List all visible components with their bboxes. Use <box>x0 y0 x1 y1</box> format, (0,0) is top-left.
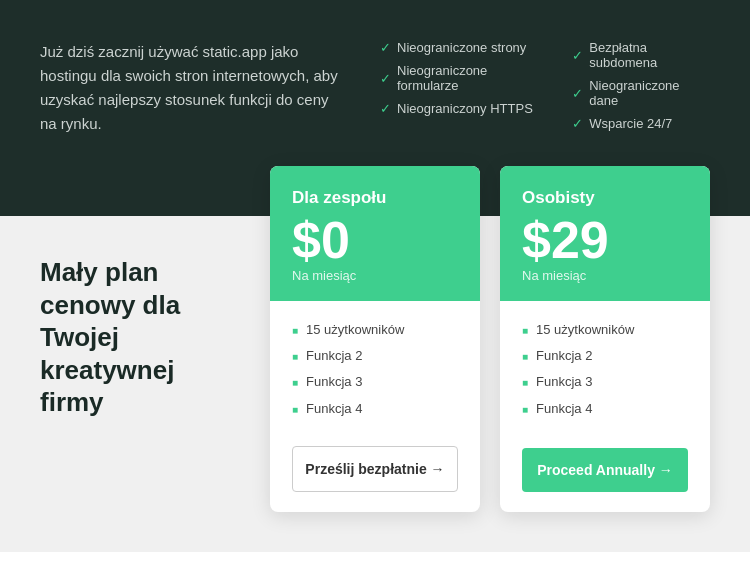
bullet-icon: ■ <box>292 324 298 338</box>
feature-list-personal: ■ 15 użytkowników ■ Funkcja 2 ■ Funkcja … <box>522 321 688 428</box>
card-price-personal: $29 <box>522 214 688 266</box>
hero-text: Już dziś zacznij używać static.app jako … <box>40 40 340 136</box>
card-title-personal: Osobisty <box>522 188 688 208</box>
bullet-icon: ■ <box>292 350 298 364</box>
feature-list-item: ■ 15 użytkowników <box>522 321 688 339</box>
check-icon: ✓ <box>380 101 391 116</box>
features-columns: ✓Nieograniczone strony✓Nieograniczone fo… <box>380 40 710 131</box>
feature-list-team: ■ 15 użytkowników ■ Funkcja 2 ■ Funkcja … <box>292 321 458 426</box>
feature-item: ✓Nieograniczony HTTPS <box>380 101 542 116</box>
feature-item: ✓Bezpłatna subdomena <box>572 40 710 70</box>
feature-item: ✓Nieograniczone formularze <box>380 63 542 93</box>
pricing-card-personal: Osobisty $29 Na miesiąc ■ 15 użytkownikó… <box>500 166 710 512</box>
bottom-section: Mały plan cenowy dla Twojej kreatywnej f… <box>0 216 750 552</box>
bullet-icon: ■ <box>522 324 528 338</box>
features-left: ✓Nieograniczone strony✓Nieograniczone fo… <box>380 40 542 131</box>
hero-text-container: Już dziś zacznij używać static.app jako … <box>40 40 340 136</box>
check-icon: ✓ <box>572 48 583 63</box>
card-header-team: Dla zespołu $0 Na miesiąc <box>270 166 480 301</box>
card-button-personal[interactable]: Proceed Annually → <box>522 448 688 492</box>
cards-area: Dla zespołu $0 Na miesiąc ■ 15 użytkowni… <box>270 166 710 512</box>
features-right: ✓Bezpłatna subdomena✓Nieograniczone dane… <box>572 40 710 131</box>
bullet-icon: ■ <box>522 403 528 417</box>
check-icon: ✓ <box>380 71 391 86</box>
card-period-team: Na miesiąc <box>292 268 458 283</box>
check-icon: ✓ <box>572 86 583 101</box>
bullet-icon: ■ <box>292 403 298 417</box>
feature-list-item: ■ Funkcja 3 <box>522 373 688 391</box>
bullet-icon: ■ <box>522 350 528 364</box>
check-icon: ✓ <box>380 40 391 55</box>
tagline: Mały plan cenowy dla Twojej kreatywnej f… <box>40 256 240 419</box>
feature-list-item: ■ Funkcja 4 <box>522 400 688 418</box>
bullet-icon: ■ <box>292 376 298 390</box>
feature-item: ✓Nieograniczone strony <box>380 40 542 55</box>
card-body-team: ■ 15 użytkowników ■ Funkcja 2 ■ Funkcja … <box>270 301 480 512</box>
card-body-personal: ■ 15 użytkowników ■ Funkcja 2 ■ Funkcja … <box>500 301 710 512</box>
pricing-card-team: Dla zespołu $0 Na miesiąc ■ 15 użytkowni… <box>270 166 480 512</box>
feature-list-item: ■ Funkcja 2 <box>522 347 688 365</box>
bullet-icon: ■ <box>522 376 528 390</box>
card-period-personal: Na miesiąc <box>522 268 688 283</box>
feature-list-item: ■ Funkcja 4 <box>292 400 458 418</box>
tagline-container: Mały plan cenowy dla Twojej kreatywnej f… <box>40 216 240 512</box>
feature-item: ✓Nieograniczone dane <box>572 78 710 108</box>
card-header-personal: Osobisty $29 Na miesiąc <box>500 166 710 301</box>
feature-item: ✓Wsparcie 24/7 <box>572 116 710 131</box>
card-price-team: $0 <box>292 214 458 266</box>
feature-list-item: ■ 15 użytkowników <box>292 321 458 339</box>
card-button-team[interactable]: Prześlij bezpłatnie → <box>292 446 458 492</box>
feature-list-item: ■ Funkcja 3 <box>292 373 458 391</box>
card-title-team: Dla zespołu <box>292 188 458 208</box>
feature-list-item: ■ Funkcja 2 <box>292 347 458 365</box>
check-icon: ✓ <box>572 116 583 131</box>
